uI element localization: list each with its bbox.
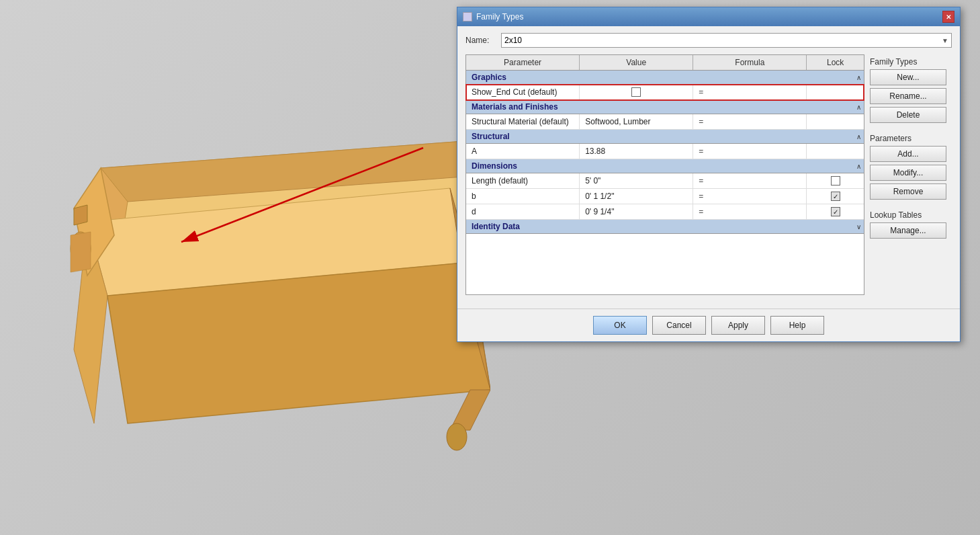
cell-length-value: 5' 0" <box>580 173 693 188</box>
ok-button[interactable]: OK <box>593 316 647 335</box>
name-row: Name: 2x10 ▼ <box>465 33 952 48</box>
add-button[interactable]: Add... <box>870 146 946 162</box>
parameters-table: Parameter Value Formula Lock Graphics ∧ … <box>465 54 864 302</box>
new-button[interactable]: New... <box>870 69 946 85</box>
section-materials-title: Materials and Finishes <box>466 100 807 114</box>
apply-button[interactable]: Apply <box>711 316 765 335</box>
cell-struct-mat-param: Structural Material (default) <box>466 114 580 129</box>
dialog-titlebar: Family Types ✕ <box>457 7 960 26</box>
cell-show-end-cut-value[interactable] <box>580 85 693 99</box>
cell-show-end-cut-lock <box>807 85 864 99</box>
b-lock-checkbox[interactable]: ✓ <box>831 192 840 201</box>
cancel-button[interactable]: Cancel <box>652 316 706 335</box>
cell-a-lock <box>807 144 864 159</box>
parameters-group: Parameters Add... Modify... Remove <box>870 134 946 200</box>
lookup-tables-label: Lookup Tables <box>870 210 946 220</box>
cell-show-end-cut-param: Show_End Cut (default) <box>466 85 580 99</box>
cell-struct-mat-value: Softwood, Lumber <box>580 114 693 129</box>
row-length[interactable]: Length (default) 5' 0" = <box>466 173 864 189</box>
cell-d-param: d <box>466 204 580 219</box>
section-identity: Identity Data ∨ <box>466 220 864 234</box>
cell-b-lock[interactable]: ✓ <box>807 189 864 204</box>
svg-marker-11 <box>71 232 91 272</box>
row-d[interactable]: d 0' 9 1/4" = ✓ <box>466 204 864 220</box>
cell-a-value: 13.88 <box>580 144 693 159</box>
right-panel: Family Types New... Rename... Delete Par… <box>864 54 952 302</box>
table-header-row: Parameter Value Formula Lock <box>466 55 864 71</box>
cell-a-formula: = <box>693 144 807 159</box>
rename-button[interactable]: Rename... <box>870 88 946 104</box>
identity-data-empty <box>466 234 864 294</box>
length-lock-checkbox[interactable] <box>831 176 840 186</box>
collapse-graphics-icon[interactable]: ∧ <box>807 74 864 81</box>
show-end-cut-checkbox[interactable] <box>631 87 641 97</box>
dialog-body: Name: 2x10 ▼ Parameter Value Formula Loc… <box>457 26 960 308</box>
collapse-dimensions-icon[interactable]: ∧ <box>807 163 864 170</box>
header-formula: Formula <box>693 55 807 70</box>
cell-d-formula: = <box>693 204 807 219</box>
section-structural-title: Structural <box>466 130 807 143</box>
section-graphics: Graphics ∧ <box>466 71 864 85</box>
collapse-structural-icon[interactable]: ∧ <box>807 133 864 140</box>
row-structural-material[interactable]: Structural Material (default) Softwood, … <box>466 114 864 130</box>
family-types-group: Family Types New... Rename... Delete <box>870 57 946 123</box>
main-layout: Parameter Value Formula Lock Graphics ∧ … <box>465 54 952 302</box>
help-button[interactable]: Help <box>770 316 824 335</box>
dialog-title-text: Family Types <box>476 12 523 22</box>
section-dimensions-title: Dimensions <box>466 159 807 173</box>
remove-button[interactable]: Remove <box>870 183 946 200</box>
header-parameter: Parameter <box>466 55 580 70</box>
modify-button[interactable]: Modify... <box>870 165 946 181</box>
cell-length-lock[interactable] <box>807 173 864 188</box>
svg-point-13 <box>447 423 467 450</box>
row-a[interactable]: A 13.88 = <box>466 144 864 159</box>
cell-d-lock[interactable]: ✓ <box>807 204 864 219</box>
section-materials: Materials and Finishes ∧ <box>466 100 864 114</box>
dropdown-arrow-icon: ▼ <box>942 37 948 44</box>
family-types-label: Family Types <box>870 57 946 67</box>
footer-buttons: OK Cancel Apply Help <box>457 308 960 341</box>
section-dimensions: Dimensions ∧ <box>466 159 864 173</box>
cell-length-formula: = <box>693 173 807 188</box>
delete-button[interactable]: Delete <box>870 107 946 123</box>
section-graphics-title: Graphics <box>466 71 807 84</box>
lookup-tables-group: Lookup Tables Manage... <box>870 210 946 239</box>
cell-b-param: b <box>466 189 580 204</box>
family-types-dialog: Family Types ✕ Name: 2x10 ▼ Parameter <box>457 7 961 342</box>
manage-button[interactable]: Manage... <box>870 222 946 239</box>
cell-b-formula: = <box>693 189 807 204</box>
collapse-materials-icon[interactable]: ∧ <box>807 104 864 111</box>
header-lock: Lock <box>807 55 864 70</box>
name-label: Name: <box>465 36 496 45</box>
header-value: Value <box>580 55 693 70</box>
cell-b-value: 0' 1 1/2" <box>580 189 693 204</box>
cell-length-param: Length (default) <box>466 173 580 188</box>
row-show-end-cut[interactable]: Show_End Cut (default) = <box>466 85 864 100</box>
dialog-title-left: Family Types <box>463 12 523 22</box>
parameters-label: Parameters <box>870 134 946 143</box>
svg-marker-9 <box>74 205 87 225</box>
section-identity-title: Identity Data <box>466 220 807 233</box>
dialog-close-button[interactable]: ✕ <box>942 11 954 23</box>
section-structural: Structural ∧ <box>466 130 864 144</box>
name-dropdown[interactable]: 2x10 ▼ <box>501 33 952 48</box>
lumber-3d-view <box>20 101 490 491</box>
cell-a-param: A <box>466 144 580 159</box>
cell-struct-mat-formula: = <box>693 114 807 129</box>
row-b[interactable]: b 0' 1 1/2" = ✓ <box>466 189 864 204</box>
cell-d-value: 0' 9 1/4" <box>580 204 693 219</box>
d-lock-checkbox[interactable]: ✓ <box>831 207 840 216</box>
table-container: Parameter Value Formula Lock Graphics ∧ … <box>465 54 864 295</box>
cell-show-end-cut-formula: = <box>693 85 807 99</box>
name-value: 2x10 <box>504 36 522 45</box>
collapse-identity-icon[interactable]: ∨ <box>807 223 864 231</box>
cell-struct-mat-lock <box>807 114 864 129</box>
dialog-icon <box>463 12 472 22</box>
